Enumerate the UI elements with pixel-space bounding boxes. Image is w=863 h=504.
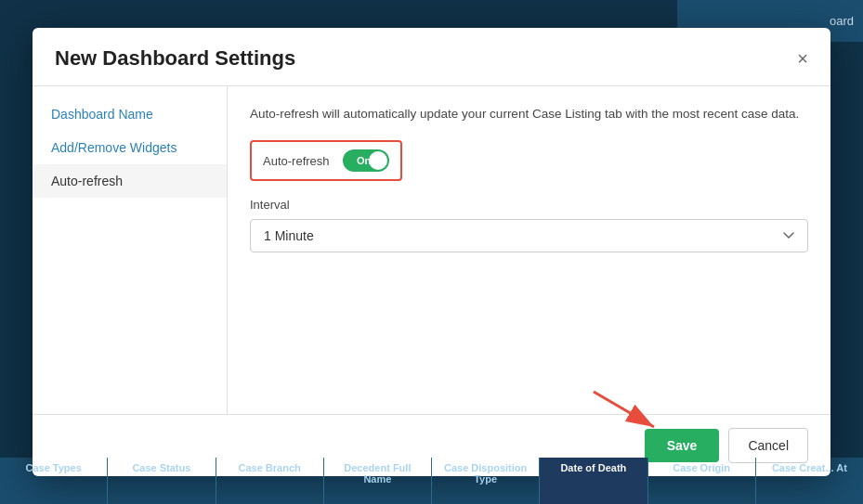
sidebar-item-auto-refresh[interactable]: Auto-refresh <box>33 164 227 198</box>
modal-title: New Dashboard Settings <box>55 46 295 71</box>
modal-dialog: New Dashboard Settings × Dashboard Name … <box>33 28 830 476</box>
modal-header: New Dashboard Settings × <box>33 28 830 86</box>
autorefresh-row: Auto-refresh On <box>250 140 402 181</box>
col-date-of-death[interactable]: Date of Death <box>540 458 647 504</box>
sidebar-item-dashboard-name[interactable]: Dashboard Name <box>33 97 227 131</box>
modal-body: Dashboard Name Add/Remove Widgets Auto-r… <box>33 86 830 414</box>
col-case-types[interactable]: Case Types <box>0 458 108 504</box>
col-case-branch[interactable]: Case Branch <box>216 458 324 504</box>
col-case-disposition-type[interactable]: Case Disposition Type <box>432 458 540 504</box>
sidebar-item-add-remove-widgets[interactable]: Add/Remove Widgets <box>33 131 227 164</box>
description-text: Auto-refresh will automatically update y… <box>250 105 808 123</box>
col-case-status[interactable]: Case Status <box>108 458 216 504</box>
autorefresh-label: Auto-refresh <box>263 154 330 168</box>
toggle-knob <box>369 151 387 170</box>
close-button[interactable]: × <box>797 49 808 68</box>
col-case-origin[interactable]: Case Origin <box>648 458 756 504</box>
col-decedent-full-name[interactable]: Decedent Full Name <box>324 458 432 504</box>
interval-label: Interval <box>250 198 808 212</box>
autorefresh-toggle[interactable]: On <box>343 149 389 172</box>
sidebar: Dashboard Name Add/Remove Widgets Auto-r… <box>33 86 228 414</box>
top-bar-text: oard <box>830 14 854 28</box>
col-case-created-at[interactable]: Case Creat... At <box>756 458 863 504</box>
background-table: Case Types Case Status Case Branch Deced… <box>0 458 863 504</box>
interval-select[interactable]: 1 Minute 5 Minutes 10 Minutes 30 Minutes <box>250 219 808 252</box>
content-area: Auto-refresh will automatically update y… <box>228 86 830 414</box>
